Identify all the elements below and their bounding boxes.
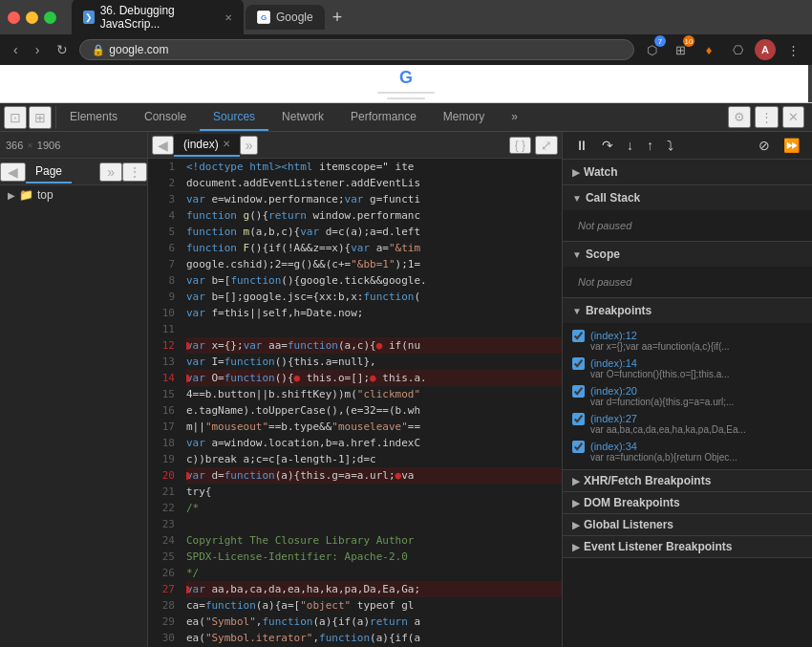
code-line-12: var x={};var aa=function(a,c){● if(nu — [186, 337, 562, 354]
editor-tab-index[interactable]: (index) ✕ — [174, 134, 240, 157]
breakpoint-info-14: (index):14 var O=function(){this.o=[];th… — [590, 357, 802, 379]
pause-button[interactable]: ⏸ — [570, 136, 593, 155]
close-button[interactable] — [8, 11, 20, 24]
code-line-6: function F(){if(!A&&z==x){var a="&tim — [186, 240, 562, 256]
watch-header[interactable]: ▶ Watch — [563, 160, 812, 184]
call-stack-chevron: ▼ — [572, 193, 582, 204]
event-label: Event Listener Breakpoints — [584, 540, 732, 553]
global-listeners-section[interactable]: ▶ Global Listeners — [563, 514, 812, 536]
breakpoint-code-34: var ra=function(a,b){return Objec... — [590, 452, 781, 463]
call-stack-label: Call Stack — [586, 191, 640, 205]
forward-button[interactable]: › — [30, 40, 46, 59]
xhr-fetch-section[interactable]: ▶ XHR/Fetch Breakpoints — [563, 470, 812, 492]
tab-network[interactable]: Network — [268, 104, 337, 131]
breakpoint-cb-12[interactable] — [572, 330, 585, 342]
breakpoints-header[interactable]: ▼ Breakpoints — [563, 298, 812, 323]
page-tab[interactable]: Page — [26, 161, 72, 183]
breakpoint-cb-20[interactable] — [572, 385, 585, 398]
resize-handle[interactable] — [808, 65, 812, 102]
more-tabs-btn[interactable]: » — [240, 136, 259, 155]
menu-icon[interactable]: ⋮ — [781, 38, 804, 61]
breakpoint-file-12[interactable]: (index):12 — [590, 330, 802, 341]
code-line-10: var f=this||self,h=Date.now; — [186, 305, 562, 321]
step-into-button[interactable]: ↓ — [622, 136, 638, 155]
breakpoint-item-34: (index):34 var ra=function(a,b){return O… — [563, 438, 812, 465]
url-text: google.com — [109, 43, 168, 56]
more-sources-btn[interactable]: » — [99, 162, 122, 182]
code-line-4: function g(){return window.performanc — [186, 207, 562, 224]
xhr-chevron: ▶ — [572, 476, 580, 486]
reload-button[interactable]: ↻ — [51, 40, 74, 59]
maximize-button[interactable] — [44, 11, 56, 24]
minimize-button[interactable] — [26, 11, 38, 24]
source-options-btn[interactable]: ⋮ — [122, 162, 147, 182]
toggle-device-icon[interactable]: ⊡ — [4, 106, 27, 129]
tab-google[interactable]: G Google — [246, 5, 325, 30]
format-code-btn[interactable]: { } — [509, 137, 531, 154]
scope-label: Scope — [586, 248, 620, 261]
code-editor[interactable]: 1 2 3 4 5 6 7 8 9 10 11 12 13 14 — [148, 159, 562, 647]
breakpoints-list: (index):12 var x={};var aa=function(a,c)… — [563, 323, 812, 469]
breakpoint-info-12: (index):12 var x={};var aa=function(a,c)… — [590, 330, 802, 352]
step-over-button[interactable]: ↷ — [597, 136, 618, 155]
translate-icon[interactable]: ⊞ 10 — [669, 38, 692, 61]
breakpoint-cb-14[interactable] — [572, 357, 585, 370]
tab-memory[interactable]: Memory — [430, 104, 498, 131]
code-line-23 — [186, 516, 562, 532]
user-avatar[interactable]: A — [755, 39, 776, 60]
dom-breakpoints-section[interactable]: ▶ DOM Breakpoints — [563, 492, 812, 514]
tab-more[interactable]: » — [498, 104, 531, 131]
tab-debugging[interactable]: ❯ 36. Debugging JavaScrip... ✕ — [72, 0, 244, 36]
toggle-panel-icon[interactable]: ⊞ — [29, 106, 52, 129]
breakpoint-file-20[interactable]: (index):20 — [590, 385, 802, 397]
breakpoint-file-34[interactable]: (index):34 — [590, 441, 802, 452]
breakpoint-cb-34[interactable] — [572, 441, 585, 453]
code-line-20: var d=function(a){this.g=a=a.url;●va — [186, 467, 562, 484]
breakpoint-cb-27[interactable] — [572, 413, 585, 425]
call-stack-header[interactable]: ▼ Call Stack — [563, 185, 812, 210]
settings-icon[interactable]: ⚙ — [728, 106, 751, 128]
step-button[interactable]: ⤵ — [662, 136, 678, 155]
tree-item-top[interactable]: ▶ 📁 top — [0, 185, 147, 205]
code-line-14: var O=function(){● this.o=[];● this.a. — [186, 370, 562, 386]
address-bar[interactable]: 🔒 google.com — [79, 39, 634, 60]
scope-status: Not paused — [563, 270, 812, 293]
scope-header[interactable]: ▼ Scope — [563, 242, 812, 267]
extensions-icon[interactable]: ⬡ 7 — [640, 38, 663, 61]
watch-section: ▶ Watch — [563, 160, 812, 185]
deactivate-breakpoints-button[interactable]: ⊘ — [754, 136, 775, 155]
bookmark-icon[interactable]: ♦ — [697, 38, 720, 61]
code-line-28: ca=function(a){a=["object" typeof gl — [186, 597, 562, 614]
close-devtools-icon[interactable]: ✕ — [782, 106, 804, 128]
tab-performance[interactable]: Performance — [337, 104, 430, 131]
code-line-11 — [186, 321, 562, 337]
code-line-17: m||"mouseout"==b.type&&"mouseleave"== — [186, 419, 562, 435]
expand-editor-btn[interactable]: ⤢ — [535, 136, 558, 155]
xhr-label: XHR/Fetch Breakpoints — [584, 474, 711, 487]
tab-elements[interactable]: Elements — [56, 104, 131, 131]
prev-tab-btn[interactable]: ◀ — [152, 136, 174, 155]
more-options-icon[interactable]: ⋮ — [755, 106, 779, 128]
puzzle-icon[interactable]: ⎔ — [726, 38, 749, 61]
webpage-preview: G — [0, 65, 812, 103]
event-listener-section[interactable]: ▶ Event Listener Breakpoints — [563, 536, 812, 558]
tab-sources[interactable]: Sources — [200, 104, 268, 131]
back-button[interactable]: ‹ — [8, 40, 24, 59]
breakpoint-code-12: var x={};var aa=function(a,c){if(... — [590, 341, 781, 352]
breakpoint-file-27[interactable]: (index):27 — [590, 413, 802, 424]
breakpoint-info-34: (index):34 var ra=function(a,b){return O… — [590, 441, 802, 463]
tab-console[interactable]: Console — [131, 104, 200, 131]
code-line-18: var a=window.location,b=a.href.indexC — [186, 435, 562, 451]
breakpoint-file-14[interactable]: (index):14 — [590, 357, 802, 369]
dom-label: DOM Breakpoints — [584, 496, 680, 509]
code-line-26: */ — [186, 565, 562, 581]
async-button[interactable]: ⏩ — [779, 136, 804, 155]
close-editor-tab[interactable]: ✕ — [223, 139, 230, 149]
global-chevron: ▶ — [572, 520, 580, 530]
prev-source-btn[interactable]: ◀ — [0, 162, 26, 182]
tab-close-debugging[interactable]: ✕ — [224, 12, 232, 23]
step-out-button[interactable]: ↑ — [642, 136, 658, 155]
tab-favicon-debugging: ❯ — [83, 11, 95, 24]
code-line-24: Copyright The Closure Library Author — [186, 532, 562, 549]
new-tab-button[interactable]: + — [327, 8, 349, 28]
